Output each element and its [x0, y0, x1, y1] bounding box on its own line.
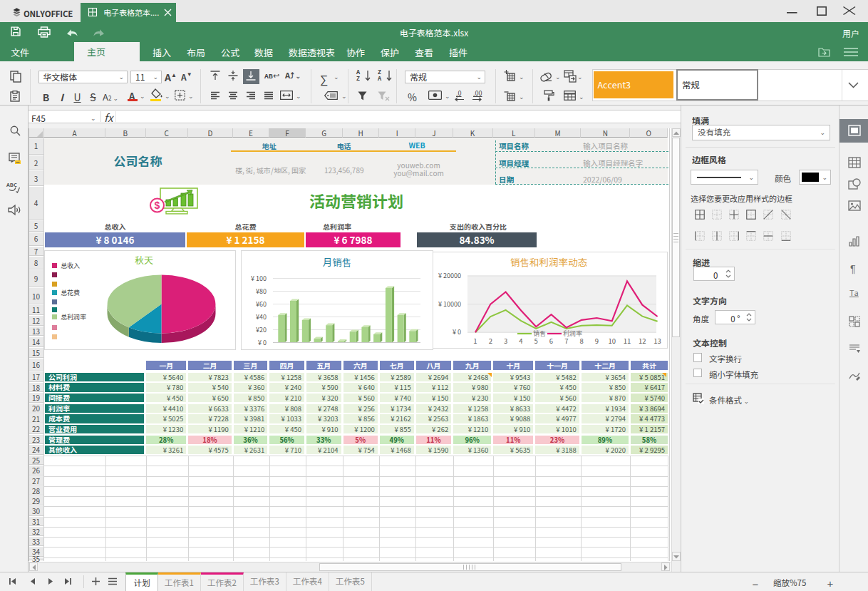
- svg-text:月销售: 月销售: [323, 255, 352, 269]
- svg-text:6: 6: [549, 336, 553, 346]
- svg-text:2: 2: [489, 336, 492, 346]
- svg-text:11: 11: [624, 336, 631, 346]
- svg-text:13: 13: [653, 336, 661, 346]
- svg-text:3: 3: [504, 336, 507, 346]
- svg-text:¥ 20000: ¥ 20000: [438, 271, 461, 280]
- svg-text:4: 4: [519, 336, 522, 346]
- svg-text:¥80: ¥80: [256, 287, 267, 296]
- svg-text:¥20: ¥20: [256, 325, 267, 334]
- svg-text:9: 9: [595, 336, 599, 346]
- svg-text:¥60: ¥60: [256, 299, 267, 309]
- svg-text:销售: 销售: [533, 329, 546, 338]
- svg-text:¥40: ¥40: [256, 312, 267, 322]
- svg-text:10: 10: [608, 336, 616, 346]
- svg-text:¥ 0: ¥ 0: [258, 338, 267, 347]
- svg-text:利润率: 利润率: [563, 329, 582, 338]
- svg-text:¥ 10000: ¥ 10000: [438, 299, 461, 309]
- svg-text:¥ 100: ¥ 100: [251, 274, 267, 283]
- svg-text:1: 1: [473, 336, 477, 346]
- svg-text:12: 12: [639, 336, 646, 346]
- svg-text:¥ 0: ¥ 0: [453, 327, 461, 336]
- svg-text:销售和利润率动态: 销售和利润率动态: [510, 255, 587, 269]
